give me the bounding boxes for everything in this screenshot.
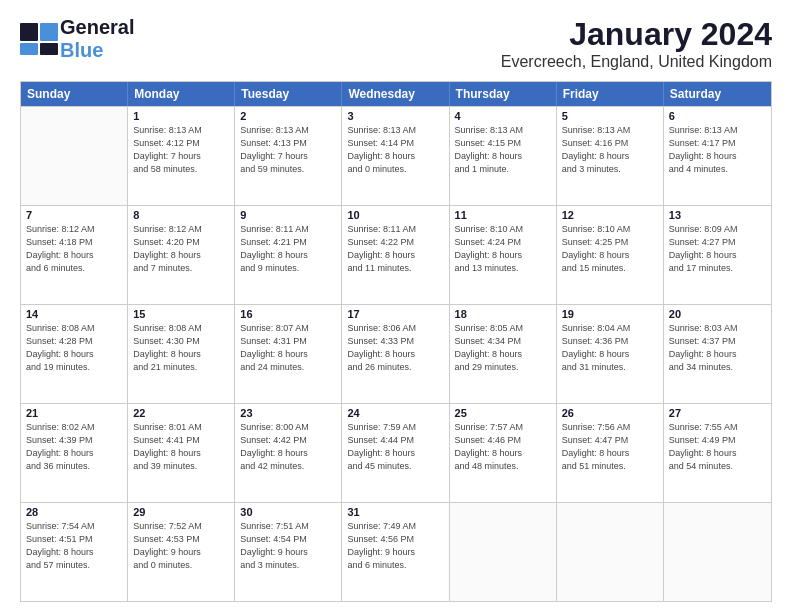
title-block: January 2024 Evercreech, England, United… [501, 16, 772, 71]
day-info: Sunrise: 7:57 AM Sunset: 4:46 PM Dayligh… [455, 421, 551, 473]
calendar-cell: 6Sunrise: 8:13 AM Sunset: 4:17 PM Daylig… [664, 107, 771, 205]
calendar-cell: 1Sunrise: 8:13 AM Sunset: 4:12 PM Daylig… [128, 107, 235, 205]
calendar-cell: 16Sunrise: 8:07 AM Sunset: 4:31 PM Dayli… [235, 305, 342, 403]
day-number: 10 [347, 209, 443, 221]
calendar-cell: 4Sunrise: 8:13 AM Sunset: 4:15 PM Daylig… [450, 107, 557, 205]
day-info: Sunrise: 8:04 AM Sunset: 4:36 PM Dayligh… [562, 322, 658, 374]
day-info: Sunrise: 8:10 AM Sunset: 4:24 PM Dayligh… [455, 223, 551, 275]
day-info: Sunrise: 8:12 AM Sunset: 4:18 PM Dayligh… [26, 223, 122, 275]
calendar-cell: 2Sunrise: 8:13 AM Sunset: 4:13 PM Daylig… [235, 107, 342, 205]
day-info: Sunrise: 8:02 AM Sunset: 4:39 PM Dayligh… [26, 421, 122, 473]
calendar-cell: 26Sunrise: 7:56 AM Sunset: 4:47 PM Dayli… [557, 404, 664, 502]
calendar-cell: 9Sunrise: 8:11 AM Sunset: 4:21 PM Daylig… [235, 206, 342, 304]
calendar-cell: 7Sunrise: 8:12 AM Sunset: 4:18 PM Daylig… [21, 206, 128, 304]
header: General Blue January 2024 Evercreech, En… [20, 16, 772, 71]
day-info: Sunrise: 8:03 AM Sunset: 4:37 PM Dayligh… [669, 322, 766, 374]
day-number: 26 [562, 407, 658, 419]
day-number: 21 [26, 407, 122, 419]
day-number: 19 [562, 308, 658, 320]
day-info: Sunrise: 7:51 AM Sunset: 4:54 PM Dayligh… [240, 520, 336, 572]
day-info: Sunrise: 8:13 AM Sunset: 4:16 PM Dayligh… [562, 124, 658, 176]
calendar-cell [557, 503, 664, 601]
page: General Blue January 2024 Evercreech, En… [0, 0, 792, 612]
day-number: 30 [240, 506, 336, 518]
calendar-cell: 8Sunrise: 8:12 AM Sunset: 4:20 PM Daylig… [128, 206, 235, 304]
day-info: Sunrise: 8:08 AM Sunset: 4:30 PM Dayligh… [133, 322, 229, 374]
logo-general-text: General [60, 16, 134, 38]
calendar-cell: 22Sunrise: 8:01 AM Sunset: 4:41 PM Dayli… [128, 404, 235, 502]
weekday-header: Tuesday [235, 82, 342, 106]
weekday-header: Wednesday [342, 82, 449, 106]
calendar-cell: 12Sunrise: 8:10 AM Sunset: 4:25 PM Dayli… [557, 206, 664, 304]
day-number: 16 [240, 308, 336, 320]
weekday-header: Friday [557, 82, 664, 106]
day-number: 5 [562, 110, 658, 122]
day-number: 1 [133, 110, 229, 122]
calendar: SundayMondayTuesdayWednesdayThursdayFrid… [20, 81, 772, 602]
logo: General Blue [20, 16, 134, 62]
day-number: 13 [669, 209, 766, 221]
day-number: 22 [133, 407, 229, 419]
day-info: Sunrise: 8:05 AM Sunset: 4:34 PM Dayligh… [455, 322, 551, 374]
day-info: Sunrise: 8:11 AM Sunset: 4:22 PM Dayligh… [347, 223, 443, 275]
calendar-cell: 28Sunrise: 7:54 AM Sunset: 4:51 PM Dayli… [21, 503, 128, 601]
day-number: 4 [455, 110, 551, 122]
calendar-cell: 14Sunrise: 8:08 AM Sunset: 4:28 PM Dayli… [21, 305, 128, 403]
day-number: 12 [562, 209, 658, 221]
calendar-cell: 18Sunrise: 8:05 AM Sunset: 4:34 PM Dayli… [450, 305, 557, 403]
day-info: Sunrise: 7:52 AM Sunset: 4:53 PM Dayligh… [133, 520, 229, 572]
calendar-cell: 3Sunrise: 8:13 AM Sunset: 4:14 PM Daylig… [342, 107, 449, 205]
logo-icon [20, 23, 58, 55]
calendar-cell: 21Sunrise: 8:02 AM Sunset: 4:39 PM Dayli… [21, 404, 128, 502]
day-info: Sunrise: 8:06 AM Sunset: 4:33 PM Dayligh… [347, 322, 443, 374]
day-info: Sunrise: 8:00 AM Sunset: 4:42 PM Dayligh… [240, 421, 336, 473]
day-info: Sunrise: 7:56 AM Sunset: 4:47 PM Dayligh… [562, 421, 658, 473]
calendar-cell: 19Sunrise: 8:04 AM Sunset: 4:36 PM Dayli… [557, 305, 664, 403]
main-title: January 2024 [501, 16, 772, 53]
subtitle: Evercreech, England, United Kingdom [501, 53, 772, 71]
calendar-cell: 11Sunrise: 8:10 AM Sunset: 4:24 PM Dayli… [450, 206, 557, 304]
calendar-row: 28Sunrise: 7:54 AM Sunset: 4:51 PM Dayli… [21, 502, 771, 601]
calendar-cell: 15Sunrise: 8:08 AM Sunset: 4:30 PM Dayli… [128, 305, 235, 403]
day-info: Sunrise: 8:08 AM Sunset: 4:28 PM Dayligh… [26, 322, 122, 374]
day-info: Sunrise: 8:13 AM Sunset: 4:17 PM Dayligh… [669, 124, 766, 176]
logo-blue-text: Blue [60, 39, 103, 61]
day-info: Sunrise: 8:13 AM Sunset: 4:12 PM Dayligh… [133, 124, 229, 176]
day-info: Sunrise: 7:54 AM Sunset: 4:51 PM Dayligh… [26, 520, 122, 572]
day-info: Sunrise: 8:11 AM Sunset: 4:21 PM Dayligh… [240, 223, 336, 275]
day-info: Sunrise: 8:13 AM Sunset: 4:15 PM Dayligh… [455, 124, 551, 176]
day-number: 28 [26, 506, 122, 518]
day-info: Sunrise: 8:07 AM Sunset: 4:31 PM Dayligh… [240, 322, 336, 374]
calendar-cell: 29Sunrise: 7:52 AM Sunset: 4:53 PM Dayli… [128, 503, 235, 601]
calendar-row: 7Sunrise: 8:12 AM Sunset: 4:18 PM Daylig… [21, 205, 771, 304]
day-number: 14 [26, 308, 122, 320]
day-number: 31 [347, 506, 443, 518]
day-info: Sunrise: 8:09 AM Sunset: 4:27 PM Dayligh… [669, 223, 766, 275]
calendar-cell: 24Sunrise: 7:59 AM Sunset: 4:44 PM Dayli… [342, 404, 449, 502]
day-number: 23 [240, 407, 336, 419]
calendar-header: SundayMondayTuesdayWednesdayThursdayFrid… [21, 82, 771, 106]
calendar-cell: 13Sunrise: 8:09 AM Sunset: 4:27 PM Dayli… [664, 206, 771, 304]
day-number: 7 [26, 209, 122, 221]
day-number: 20 [669, 308, 766, 320]
day-info: Sunrise: 8:12 AM Sunset: 4:20 PM Dayligh… [133, 223, 229, 275]
calendar-cell: 27Sunrise: 7:55 AM Sunset: 4:49 PM Dayli… [664, 404, 771, 502]
day-number: 2 [240, 110, 336, 122]
day-number: 8 [133, 209, 229, 221]
weekday-header: Monday [128, 82, 235, 106]
day-info: Sunrise: 8:10 AM Sunset: 4:25 PM Dayligh… [562, 223, 658, 275]
calendar-row: 1Sunrise: 8:13 AM Sunset: 4:12 PM Daylig… [21, 106, 771, 205]
calendar-cell: 31Sunrise: 7:49 AM Sunset: 4:56 PM Dayli… [342, 503, 449, 601]
day-number: 27 [669, 407, 766, 419]
day-number: 3 [347, 110, 443, 122]
day-number: 29 [133, 506, 229, 518]
calendar-cell: 5Sunrise: 8:13 AM Sunset: 4:16 PM Daylig… [557, 107, 664, 205]
day-info: Sunrise: 8:13 AM Sunset: 4:13 PM Dayligh… [240, 124, 336, 176]
day-info: Sunrise: 8:13 AM Sunset: 4:14 PM Dayligh… [347, 124, 443, 176]
day-number: 18 [455, 308, 551, 320]
day-info: Sunrise: 8:01 AM Sunset: 4:41 PM Dayligh… [133, 421, 229, 473]
day-info: Sunrise: 7:59 AM Sunset: 4:44 PM Dayligh… [347, 421, 443, 473]
day-number: 15 [133, 308, 229, 320]
weekday-header: Sunday [21, 82, 128, 106]
day-info: Sunrise: 7:49 AM Sunset: 4:56 PM Dayligh… [347, 520, 443, 572]
